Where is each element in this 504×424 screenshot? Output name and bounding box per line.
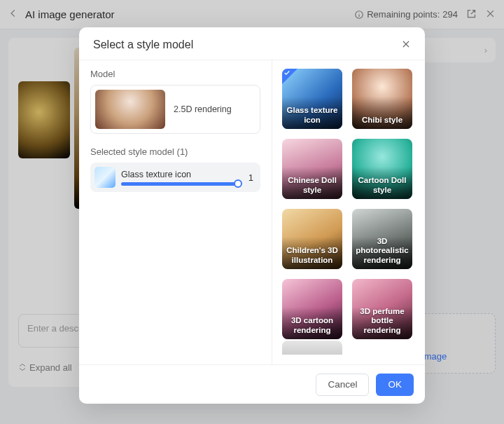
cancel-button[interactable]: Cancel xyxy=(316,374,369,396)
style-item-label: 3D perfume bottle rendering xyxy=(355,307,410,336)
style-item-chinese-doll[interactable]: Chinese Doll style xyxy=(282,139,342,199)
style-item-label: 3D cartoon rendering xyxy=(285,316,340,336)
style-model-modal: Select a style model Model 2.5D renderin… xyxy=(79,27,425,404)
style-item-label: Children's 3D illustration xyxy=(285,246,340,266)
style-item-label: Chinese Doll style xyxy=(285,176,340,196)
slider-knob[interactable] xyxy=(234,179,242,188)
style-item-3d-perfume[interactable]: 3D perfume bottle rendering xyxy=(352,279,412,339)
selected-check-icon xyxy=(282,69,298,84)
style-item-childrens-3d[interactable]: Children's 3D illustration xyxy=(282,209,342,269)
style-item-3d-cartoon[interactable]: 3D cartoon rendering xyxy=(282,279,342,339)
style-grid: Glass texture icon Chibi style Chinese D… xyxy=(282,69,418,339)
modal-title: Select a style model xyxy=(93,39,193,51)
style-item-glass-texture-icon[interactable]: Glass texture icon xyxy=(282,69,342,129)
style-item-label: 3D photorealistic rendering xyxy=(355,237,410,266)
selected-style-row: Glass texture icon 1 xyxy=(90,163,260,192)
modal-left-pane: Model 2.5D rendering Selected style mode… xyxy=(79,60,272,364)
style-item-label: Cartoon Doll style xyxy=(355,176,410,196)
weight-slider[interactable] xyxy=(121,182,241,186)
modal-footer: Cancel OK xyxy=(79,364,425,404)
selected-style-title: Selected style model (1) xyxy=(90,146,260,157)
style-item-label: Chibi style xyxy=(355,116,410,125)
style-item-label: Glass texture icon xyxy=(285,106,340,125)
modal-body: Model 2.5D rendering Selected style mode… xyxy=(79,60,425,364)
close-icon[interactable] xyxy=(401,39,411,51)
style-item-chibi-style[interactable]: Chibi style xyxy=(352,69,412,129)
weight-value: 1 xyxy=(246,172,253,183)
modal-header: Select a style model xyxy=(79,27,425,60)
selected-style-thumbnail xyxy=(94,167,115,188)
style-item-3d-photorealistic[interactable]: 3D photorealistic rendering xyxy=(352,209,412,269)
ok-button[interactable]: OK xyxy=(376,374,414,396)
model-section-label: Model xyxy=(90,69,260,79)
style-item-cartoon-doll[interactable]: Cartoon Doll style xyxy=(352,139,412,199)
selected-style-name: Glass texture icon xyxy=(121,170,241,179)
base-model-card[interactable]: 2.5D rendering xyxy=(90,85,260,134)
modal-right-pane: Glass texture icon Chibi style Chinese D… xyxy=(272,60,425,364)
style-item-partial[interactable] xyxy=(282,341,342,355)
base-model-name: 2.5D rendering xyxy=(174,104,232,114)
base-model-thumbnail xyxy=(95,90,165,129)
